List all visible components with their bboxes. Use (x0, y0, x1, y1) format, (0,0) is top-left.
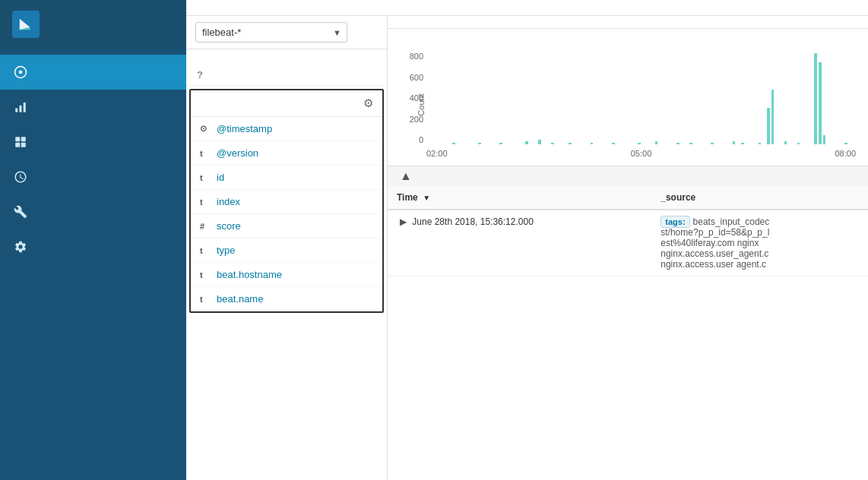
sidebar-item-discover[interactable] (0, 55, 186, 90)
chart-bar (741, 143, 744, 144)
sidebar-item-devtools[interactable] (0, 194, 186, 229)
chart-bar (711, 143, 714, 144)
y-axis-tick: 600 (400, 73, 426, 82)
sidebar-item-timelion[interactable] (0, 159, 186, 194)
chart-toggle-row: ▲ (388, 166, 868, 186)
field-name: score (217, 220, 241, 232)
results-table: Time ▼ _source ▶ June 28th 2018, 15:36:1… (388, 186, 868, 276)
logo (0, 0, 186, 49)
chart-bar (733, 141, 736, 144)
content-area: filebeat-* ▼ ? ⚙ ⊙ @timestamp t @ve (186, 16, 868, 480)
time-sort-icon: ▼ (423, 194, 430, 202)
field-name: beat.name (217, 293, 263, 305)
svg-rect-8 (21, 137, 26, 141)
main-content: filebeat-* ▼ ? ⚙ ⊙ @timestamp t @ve (186, 0, 868, 480)
source-line: st/home?p_p_id=58&p_p_l (661, 227, 859, 238)
sidebar-item-management[interactable] (0, 229, 186, 264)
y-axis-tick: 800 (400, 52, 426, 61)
chart-bar (844, 143, 847, 144)
right-panel: 8006004002000 Count 02:0005:0008:00 ▲ (388, 16, 868, 480)
field-item[interactable]: ⊙ @timestamp (191, 117, 382, 141)
source-line: tags:beats_input_codec (661, 216, 859, 227)
field-name: id (217, 172, 224, 183)
source-column-label: _source (661, 192, 695, 203)
field-name: type (217, 245, 236, 256)
chart-container: 8006004002000 Count 02:0005:0008:00 (400, 36, 856, 158)
svg-rect-7 (15, 137, 20, 141)
sidebar-item-dashboard[interactable] (0, 125, 186, 159)
source-line: est%40liferay.com nginx (661, 238, 859, 248)
index-pattern-select[interactable]: filebeat-* (195, 22, 347, 43)
chart-bar (478, 143, 481, 144)
chart-bar (823, 135, 826, 144)
time-column-label: Time (397, 192, 418, 203)
source-line: nginx.access.user_agent.c (661, 248, 859, 259)
field-item[interactable]: # score (191, 214, 382, 238)
fields-list: ⊙ @timestamp t @version t id t index # s… (191, 117, 382, 311)
chart-bar (771, 90, 775, 144)
y-axis-tick: 0 (400, 135, 426, 144)
y-axis-label: Count (417, 93, 426, 115)
table-row: ▶ June 28th 2018, 15:36:12.000tags:beats… (388, 210, 868, 276)
chart-collapse-icon[interactable]: ▲ (400, 169, 412, 183)
field-name: @timestamp (217, 123, 272, 134)
field-item[interactable]: t beat.hostname (191, 263, 382, 287)
available-fields-box: ⚙ ⊙ @timestamp t @version t id t index #… (189, 89, 384, 313)
chart-bar (689, 143, 692, 144)
results-tbody: ▶ June 28th 2018, 15:36:12.000tags:beats… (388, 210, 868, 276)
chart-bar (591, 143, 594, 144)
svg-rect-9 (15, 143, 20, 147)
chart-bar (814, 53, 817, 144)
selected-fields-title (186, 49, 387, 65)
row-source: tags:beats_input_codecst/home?p_p_id=58&… (651, 210, 868, 276)
svg-rect-5 (20, 106, 22, 112)
sidebar-item-visualize[interactable] (0, 90, 186, 125)
field-item[interactable]: t index (191, 190, 382, 214)
field-type-icon: t (200, 295, 209, 304)
field-item[interactable]: t beat.name (191, 287, 382, 311)
chart-bar (784, 141, 787, 144)
sidebar-nav (0, 49, 186, 264)
chart-bar (612, 143, 615, 144)
time-column-header: Time ▼ (388, 186, 651, 210)
field-type-icon: t (200, 270, 209, 279)
available-fields-header: ⚙ (191, 90, 382, 117)
chart-bar (797, 143, 800, 144)
field-name: @version (217, 147, 258, 159)
field-name: beat.hostname (217, 269, 282, 280)
field-item[interactable]: t id (191, 166, 382, 190)
chart-bar (676, 143, 680, 144)
index-pattern-row: filebeat-* ▼ (186, 16, 387, 49)
chart-bars (426, 53, 856, 144)
chart-bar (638, 143, 641, 144)
chart-area: 8006004002000 Count 02:0005:0008:00 (388, 29, 868, 166)
field-item[interactable]: t type (191, 238, 382, 263)
x-axis-tick: 05:00 (631, 149, 652, 158)
x-axis-tick: 08:00 (835, 149, 856, 158)
row-expand-arrow[interactable]: ▶ (397, 215, 410, 229)
fields-settings-icon[interactable]: ⚙ (363, 96, 373, 110)
results-area: Time ▼ _source ▶ June 28th 2018, 15:36:1… (388, 186, 868, 480)
tag-badge: tags: (661, 216, 689, 228)
field-type-icon: t (200, 246, 209, 255)
chart-bar (551, 143, 554, 144)
field-type-icon: t (200, 173, 209, 182)
results-header-row: Time ▼ _source (388, 186, 868, 210)
field-name: index (217, 196, 240, 207)
x-axis: 02:0005:0008:00 (426, 149, 856, 158)
svg-point-3 (19, 71, 23, 74)
chart-bar (819, 62, 822, 144)
row-timestamp: June 28th 2018, 15:36:12.000 (412, 216, 533, 227)
source-line: nginx.access.user agent.c (661, 259, 859, 270)
field-type-icon: # (200, 222, 209, 231)
kibana-logo-icon (12, 11, 40, 38)
chart-bar (525, 141, 528, 144)
field-type-icon: t (200, 197, 209, 207)
svg-rect-4 (15, 109, 17, 112)
field-item[interactable]: t @version (191, 141, 382, 166)
svg-rect-6 (24, 103, 26, 112)
source-field-row: ? (186, 65, 387, 86)
results-thead: Time ▼ _source (388, 186, 868, 210)
chart-bar (538, 140, 541, 144)
chart-bar (759, 143, 762, 144)
